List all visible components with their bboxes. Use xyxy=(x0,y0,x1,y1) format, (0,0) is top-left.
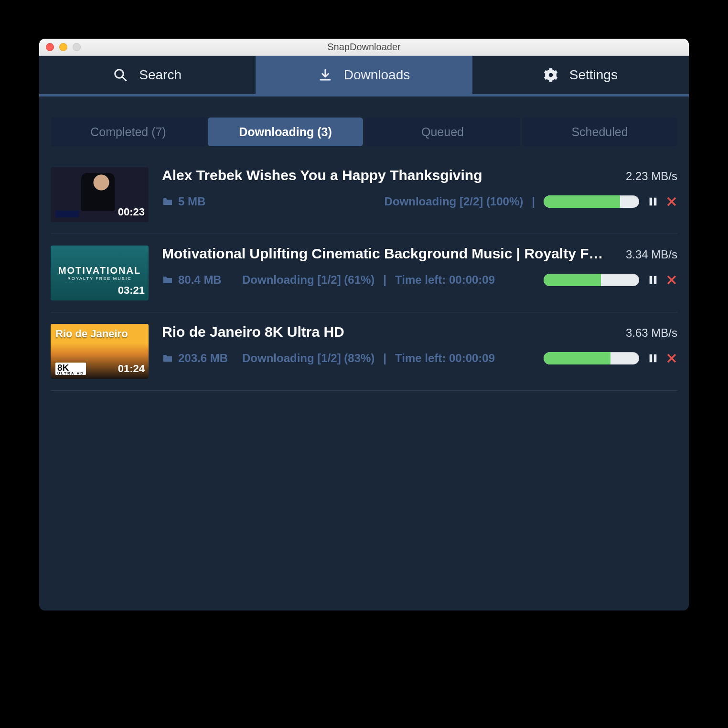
subtab-scheduled[interactable]: Scheduled xyxy=(522,118,677,146)
download-meta: Motivational Uplifting Cinematic Backgro… xyxy=(162,246,677,287)
svg-line-1 xyxy=(122,77,127,81)
thumbnail-text: MOTIVATIONAL ROYALTY FREE MUSIC xyxy=(58,265,141,281)
download-meta: Rio de Janeiro 8K Ultra HD 3.63 MB/s 203… xyxy=(162,324,677,365)
video-duration: 03:21 xyxy=(118,284,145,297)
video-title: Alex Trebek Wishes You a Happy Thanksgiv… xyxy=(162,167,607,183)
nav-downloads-label: Downloads xyxy=(344,67,410,83)
status-divider: | xyxy=(383,352,386,365)
download-status: Downloading [1/2] (83%) xyxy=(242,352,375,365)
cancel-icon[interactable] xyxy=(666,353,677,364)
pause-icon[interactable] xyxy=(648,275,658,285)
top-nav: Search Downloads Settings xyxy=(39,56,689,94)
file-size: 80.4 MB xyxy=(178,273,222,287)
titlebar: SnapDownloader xyxy=(39,39,689,56)
progress-fill xyxy=(544,352,610,364)
video-title: Motivational Uplifting Cinematic Backgro… xyxy=(162,246,607,262)
app-window: SnapDownloader Search Downloads Settings… xyxy=(39,39,689,610)
nav-settings[interactable]: Settings xyxy=(472,56,689,94)
nav-downloads[interactable]: Downloads xyxy=(256,56,472,94)
video-duration: 01:24 xyxy=(118,363,145,375)
folder-icon xyxy=(162,274,173,286)
download-row: MOTIVATIONAL ROYALTY FREE MUSIC 03:21 Mo… xyxy=(51,234,677,312)
video-thumbnail[interactable]: 00:23 xyxy=(51,167,149,222)
gear-icon xyxy=(544,68,558,82)
svg-rect-4 xyxy=(650,276,653,284)
svg-rect-7 xyxy=(654,354,657,363)
video-duration: 00:23 xyxy=(118,206,145,218)
progress-bar xyxy=(544,274,639,286)
cancel-icon[interactable] xyxy=(666,196,677,207)
download-status: Downloading [1/2] (61%) xyxy=(242,273,375,287)
download-row: 00:23 Alex Trebek Wishes You a Happy Tha… xyxy=(51,156,677,234)
svg-point-0 xyxy=(115,70,124,78)
nav-search-label: Search xyxy=(139,67,182,83)
time-left: Time left: 00:00:09 xyxy=(395,352,495,365)
cancel-icon[interactable] xyxy=(666,274,677,286)
nav-settings-label: Settings xyxy=(569,67,618,83)
svg-rect-5 xyxy=(654,276,657,284)
time-left: Time left: 00:00:09 xyxy=(395,273,495,287)
download-meta: Alex Trebek Wishes You a Happy Thanksgiv… xyxy=(162,167,677,208)
download-icon xyxy=(318,68,332,82)
subtab-downloading[interactable]: Downloading (3) xyxy=(208,118,363,146)
progress-fill xyxy=(544,195,620,208)
status-divider: | xyxy=(383,273,386,287)
search-icon xyxy=(113,68,128,82)
download-status: Downloading [2/2] (100%) xyxy=(385,195,524,208)
subtab-completed[interactable]: Completed (7) xyxy=(51,118,206,146)
progress-bar xyxy=(544,195,639,208)
video-thumbnail[interactable]: Rio de Janeiro 8KULTRA HD 01:24 xyxy=(51,324,149,379)
file-size: 203.6 MB xyxy=(178,352,228,365)
download-speed: 3.34 MB/s xyxy=(626,248,677,261)
status-divider: | xyxy=(532,195,535,208)
video-thumbnail[interactable]: MOTIVATIONAL ROYALTY FREE MUSIC 03:21 xyxy=(51,246,149,300)
progress-bar xyxy=(544,352,639,364)
pause-icon[interactable] xyxy=(648,196,658,207)
thumbnail-text: Rio de Janeiro xyxy=(55,328,128,340)
download-speed: 3.63 MB/s xyxy=(626,326,677,340)
folder-icon xyxy=(162,196,173,207)
nav-underline xyxy=(39,94,689,96)
svg-rect-2 xyxy=(650,198,653,206)
download-row: Rio de Janeiro 8KULTRA HD 01:24 Rio de J… xyxy=(51,312,677,391)
svg-rect-6 xyxy=(650,354,653,363)
progress-fill xyxy=(544,274,601,286)
file-size: 5 MB xyxy=(178,195,205,208)
pause-icon[interactable] xyxy=(648,353,658,364)
download-list: 00:23 Alex Trebek Wishes You a Happy Tha… xyxy=(39,156,689,610)
download-subtabs: Completed (7) Downloading (3) Queued Sch… xyxy=(51,118,677,146)
subtab-queued[interactable]: Queued xyxy=(365,118,520,146)
svg-rect-3 xyxy=(654,198,657,206)
download-speed: 2.23 MB/s xyxy=(626,170,677,183)
window-title: SnapDownloader xyxy=(39,42,689,53)
folder-icon xyxy=(162,353,173,364)
video-title: Rio de Janeiro 8K Ultra HD xyxy=(162,324,607,340)
thumbnail-badge: 8KULTRA HD xyxy=(55,363,86,375)
nav-search[interactable]: Search xyxy=(39,56,256,94)
